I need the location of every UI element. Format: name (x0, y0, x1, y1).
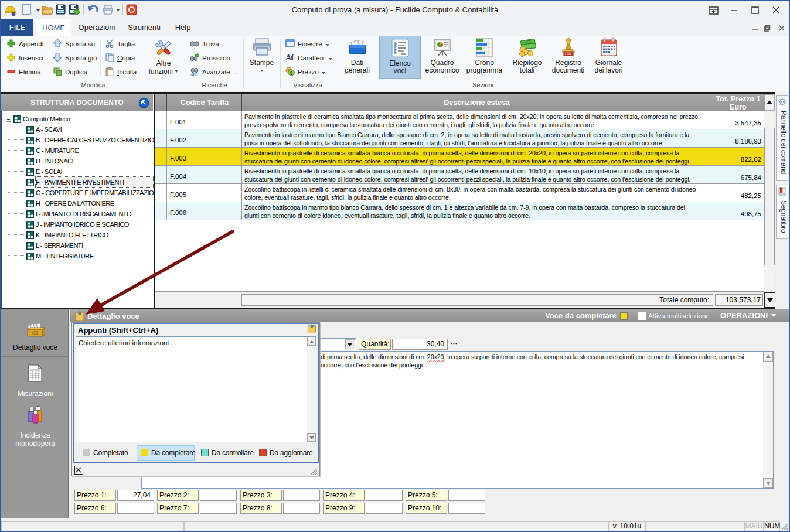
svg-text:ABC: ABC (190, 72, 199, 76)
svg-text:$: $ (290, 70, 293, 76)
svg-text:I: I (291, 55, 292, 62)
